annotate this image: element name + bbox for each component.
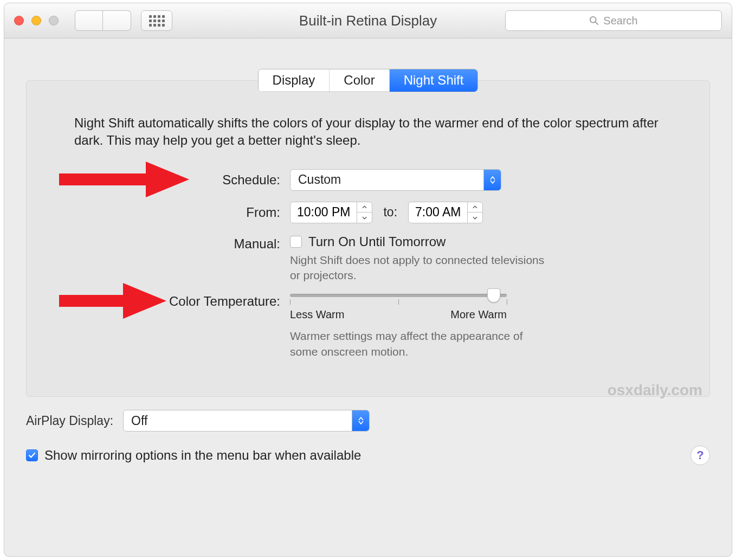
to-stepper[interactable] [467, 202, 482, 223]
to-time-field[interactable]: 7:00 AM [408, 202, 483, 223]
search-field[interactable]: Search [505, 10, 722, 31]
manual-label: Manual: [74, 234, 280, 252]
titlebar: Built-in Retina Display Search [4, 3, 732, 38]
tab-bar: Display Color Night Shift [258, 69, 479, 92]
caret-down-icon [357, 212, 372, 223]
preferences-window: Built-in Retina Display Search Display C… [4, 3, 732, 557]
manual-checkbox-label: Turn On Until Tomorrow [308, 234, 446, 249]
help-button[interactable]: ? [690, 446, 710, 465]
nav-buttons [75, 10, 172, 31]
from-time-field[interactable]: 10:00 PM [290, 202, 372, 223]
zoom-button[interactable] [49, 16, 59, 25]
slider-max-label: More Warm [450, 308, 507, 321]
popup-arrows-icon [483, 170, 501, 190]
settings-panel: Night Shift automatically shifts the col… [26, 80, 710, 397]
search-placeholder: Search [603, 15, 637, 27]
to-label: to: [383, 205, 397, 220]
tab-display[interactable]: Display [259, 69, 330, 92]
airplay-label: AirPlay Display: [26, 414, 113, 428]
schedule-value: Custom [290, 172, 483, 187]
tab-night-shift[interactable]: Night Shift [390, 69, 478, 92]
window-controls [14, 16, 59, 25]
popup-arrows-icon [352, 410, 369, 431]
to-time-value: 7:00 AM [409, 205, 467, 220]
search-icon [589, 16, 599, 25]
svg-point-0 [590, 17, 596, 23]
color-temp-hint: Warmer settings may affect the appearanc… [290, 329, 523, 359]
from-time-value: 10:00 PM [290, 205, 357, 220]
mirroring-label: Show mirroring options in the menu bar w… [44, 448, 361, 463]
back-button[interactable] [75, 10, 103, 31]
airplay-popup[interactable]: Off [123, 410, 370, 432]
schedule-popup[interactable]: Custom [290, 169, 501, 191]
airplay-value: Off [124, 414, 352, 428]
from-stepper[interactable] [357, 202, 372, 223]
intro-text: Night Shift automatically shifts the col… [74, 114, 662, 150]
grid-icon [149, 15, 165, 27]
check-icon [28, 452, 36, 459]
forward-button[interactable] [103, 10, 131, 31]
from-label: From: [74, 205, 280, 220]
slider-min-label: Less Warm [290, 308, 344, 321]
schedule-label: Schedule: [74, 172, 280, 188]
manual-checkbox[interactable] [290, 236, 302, 248]
minimize-button[interactable] [31, 16, 41, 25]
color-temp-label: Color Temperature: [74, 294, 280, 309]
show-all-button[interactable] [141, 10, 172, 31]
svg-line-1 [596, 22, 598, 25]
slider-knob[interactable] [487, 288, 500, 302]
mirroring-checkbox[interactable] [26, 449, 38, 461]
caret-up-icon [468, 202, 482, 213]
close-button[interactable] [14, 16, 24, 25]
watermark-text: osxdaily.com [608, 382, 702, 399]
caret-down-icon [468, 212, 482, 223]
manual-hint: Night Shift does not apply to connected … [290, 253, 545, 284]
color-temp-slider[interactable] [290, 294, 507, 297]
tab-color[interactable]: Color [330, 69, 389, 92]
help-icon: ? [696, 448, 703, 462]
caret-up-icon [357, 202, 372, 213]
